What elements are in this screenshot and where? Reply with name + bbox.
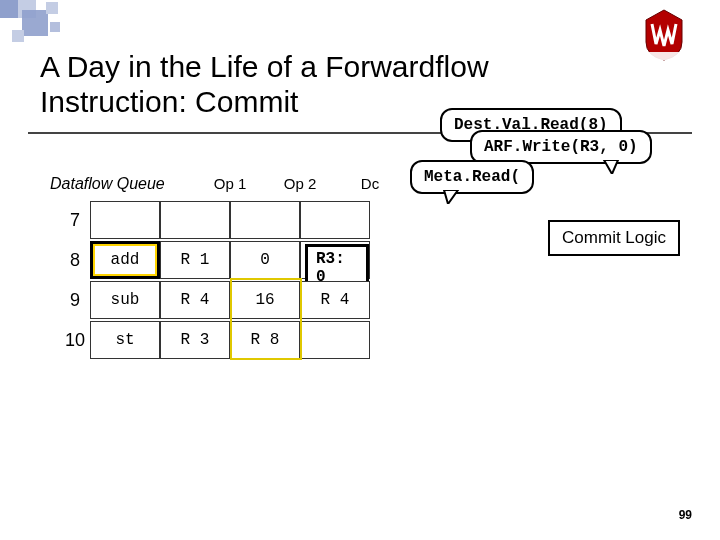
op2-cell: 16 bbox=[230, 281, 300, 319]
dest-cell bbox=[300, 201, 370, 239]
uw-logo bbox=[638, 8, 690, 62]
meta-callout-tail bbox=[442, 190, 460, 204]
corner-decoration bbox=[0, 0, 140, 50]
row-index: 9 bbox=[60, 290, 90, 311]
arf-callout: ARF.Write(R3, 0) bbox=[470, 130, 652, 164]
col-dc: Dc bbox=[335, 175, 405, 192]
op2-cell bbox=[230, 201, 300, 239]
instr-cell bbox=[90, 201, 160, 239]
arf-callout-tail bbox=[602, 160, 620, 174]
op2-cell: 0 bbox=[230, 241, 300, 279]
arf-text: ARF.Write(R3, 0) bbox=[484, 138, 638, 156]
dataflow-queue-label: Dataflow Queue bbox=[50, 175, 165, 193]
dest-cell bbox=[300, 321, 370, 359]
row-index: 7 bbox=[60, 210, 90, 231]
table-row: 10 st R 3 R 8 bbox=[60, 320, 370, 360]
slide-number: 99 bbox=[679, 508, 692, 522]
instr-cell: add bbox=[90, 241, 160, 279]
op1-cell: R 1 bbox=[160, 241, 230, 279]
row-index: 10 bbox=[60, 330, 90, 351]
dest-cell: R3: 0 bbox=[300, 241, 370, 279]
instr-cell: st bbox=[90, 321, 160, 359]
col-op2: Op 2 bbox=[265, 175, 335, 192]
table-row: 7 bbox=[60, 200, 370, 240]
meta-text: Meta.Read( bbox=[424, 168, 520, 186]
op1-cell: R 4 bbox=[160, 281, 230, 319]
table-row: 8 add R 1 0 R3: 0 bbox=[60, 240, 370, 280]
op1-cell bbox=[160, 201, 230, 239]
dataflow-queue-table: 7 8 add R 1 0 R3: 0 9 sub R 4 16 R 4 10 … bbox=[60, 200, 370, 360]
row-index: 8 bbox=[60, 250, 90, 271]
dest-cell: R 4 bbox=[300, 281, 370, 319]
column-headers: Op 1 Op 2 Dc bbox=[195, 175, 405, 192]
commit-logic-box: Commit Logic bbox=[548, 220, 680, 256]
instr-cell: sub bbox=[90, 281, 160, 319]
op2-cell: R 8 bbox=[230, 321, 300, 359]
meta-callout: Meta.Read( bbox=[410, 160, 534, 194]
table-row: 9 sub R 4 16 R 4 bbox=[60, 280, 370, 320]
svg-rect-0 bbox=[648, 52, 680, 60]
op1-cell: R 3 bbox=[160, 321, 230, 359]
commit-logic-label: Commit Logic bbox=[562, 228, 666, 247]
col-op1: Op 1 bbox=[195, 175, 265, 192]
